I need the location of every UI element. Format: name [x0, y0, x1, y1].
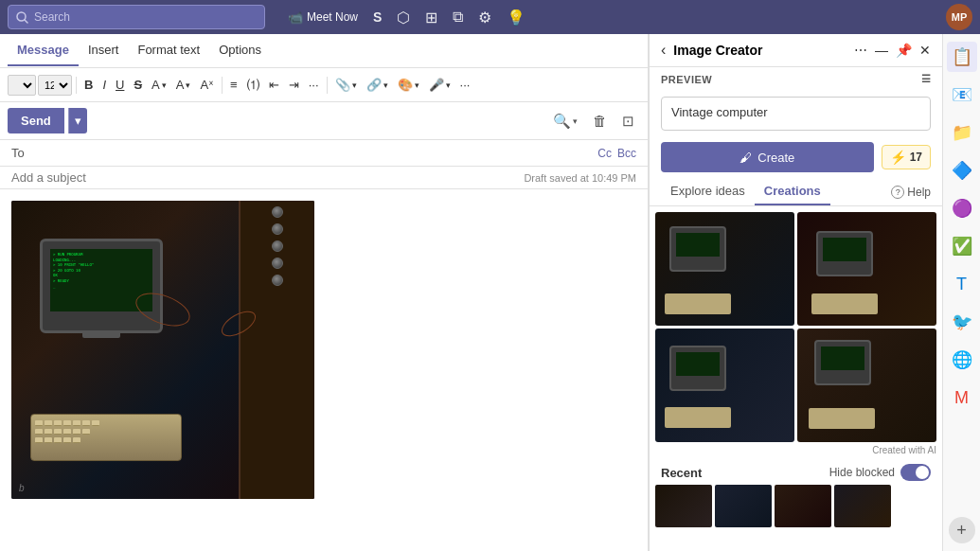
- underline-button[interactable]: U: [112, 75, 128, 95]
- attach-button[interactable]: 📎▾: [331, 75, 361, 95]
- italic-button[interactable]: I: [98, 75, 110, 95]
- increase-indent-button[interactable]: ⇥: [285, 75, 303, 95]
- thumb-screen-3: [676, 352, 720, 376]
- ic-help-button[interactable]: ? Help: [891, 178, 931, 205]
- ic-close-button[interactable]: ✕: [919, 43, 931, 58]
- zoom-button[interactable]: 🔍▾: [547, 109, 583, 133]
- vintage-monitor: > RUN PROGRAM LOADING... > 10 PRINT "HEL…: [40, 239, 163, 333]
- recent-thumb-1[interactable]: [655, 485, 712, 527]
- font-color-button[interactable]: A▾: [172, 75, 195, 95]
- search-box[interactable]: Search: [8, 5, 265, 29]
- key: [73, 429, 80, 435]
- ic-image-thumb-1[interactable]: [655, 212, 794, 326]
- to-input[interactable]: [35, 146, 597, 160]
- ic-tab-explore[interactable]: Explore ideas: [661, 178, 755, 205]
- recent-thumb-4[interactable]: [834, 485, 891, 527]
- ic-more-button[interactable]: ⋯: [854, 43, 867, 58]
- font-size-select[interactable]: 12: [38, 75, 72, 96]
- expand-button[interactable]: ⊡: [616, 109, 640, 133]
- tab-message[interactable]: Message: [8, 35, 79, 66]
- video-icon: 📹: [288, 10, 303, 25]
- more-options-button[interactable]: ···: [456, 75, 474, 95]
- thumb-monitor-3: [669, 346, 726, 391]
- sidebar-icon-4[interactable]: 🔷: [947, 155, 977, 186]
- tab-options[interactable]: Options: [209, 35, 271, 66]
- email-body[interactable]: > RUN PROGRAM LOADING... > 10 PRINT "HEL…: [0, 189, 648, 551]
- avatar[interactable]: MP: [946, 4, 972, 30]
- settings-icon[interactable]: ⚙: [478, 9, 491, 27]
- sidebar-icon-2[interactable]: 📧: [947, 80, 977, 110]
- sidebar-icon-10[interactable]: M: [947, 382, 977, 413]
- knob-2: [272, 223, 283, 235]
- bcc-link[interactable]: Bcc: [617, 147, 636, 160]
- sidebar-icon-9[interactable]: 🌐: [947, 345, 977, 375]
- dictate-button[interactable]: 🎤▾: [425, 75, 454, 95]
- key: [35, 429, 43, 435]
- ic-pin-button[interactable]: 📌: [896, 43, 912, 58]
- sidebar-icon-5[interactable]: 🟣: [947, 193, 977, 223]
- sidebar-icon-7[interactable]: T: [947, 269, 977, 299]
- help-icon: ?: [891, 186, 904, 199]
- ic-back-button[interactable]: ‹: [661, 42, 666, 59]
- ic-prompt-box[interactable]: Vintage computer: [661, 97, 931, 131]
- sidebar-add-button[interactable]: +: [949, 517, 975, 543]
- hex-icon[interactable]: ⬡: [397, 9, 410, 27]
- ic-tab-creations[interactable]: Creations: [755, 178, 830, 205]
- send-button[interactable]: Send: [8, 108, 64, 133]
- key: [35, 420, 43, 426]
- format-toolbar: 12 B I U S A▾ A▾ Aˣ ≡ ⑴ ⇤ ⇥ ··· 📎▾ 🔗▾ 🎨▾…: [0, 68, 648, 102]
- bullets-button[interactable]: ≡: [226, 75, 241, 95]
- watermark: b: [19, 483, 25, 493]
- ic-created-info: Created with AI: [650, 442, 942, 458]
- tab-insert[interactable]: Insert: [79, 35, 129, 66]
- email-image: > RUN PROGRAM LOADING... > 10 PRINT "HEL…: [11, 201, 314, 499]
- meet-now-button[interactable]: 📹 Meet Now: [288, 10, 358, 25]
- ic-create-button[interactable]: 🖌 Create: [661, 142, 874, 172]
- sidebar-icon-8[interactable]: 🐦: [947, 307, 977, 337]
- sidebar-icon-1[interactable]: 📋: [947, 42, 977, 72]
- font-family-select[interactable]: [8, 75, 36, 96]
- sidebar-icon-5-glyph: 🟣: [952, 198, 972, 219]
- preview-more-icon[interactable]: ☰: [921, 73, 932, 85]
- key: [73, 437, 80, 443]
- tab-format-text[interactable]: Format text: [128, 35, 209, 66]
- emoji-color-button[interactable]: 🎨▾: [394, 75, 423, 95]
- grid-icon[interactable]: ⊞: [425, 9, 437, 27]
- toolbar-separator-2: [222, 77, 223, 94]
- ic-credits-badge: ⚡ 17: [882, 145, 931, 169]
- subject-input[interactable]: [11, 170, 524, 185]
- recent-thumb-2[interactable]: [715, 485, 772, 527]
- hide-blocked-toggle[interactable]: [900, 464, 931, 481]
- ic-minimize-button[interactable]: —: [875, 43, 888, 58]
- highlight-button[interactable]: A▾: [148, 75, 170, 95]
- lightbulb-icon[interactable]: 💡: [507, 9, 526, 27]
- skype-icon[interactable]: S: [373, 9, 382, 25]
- ic-image-thumb-3[interactable]: [655, 329, 794, 442]
- decrease-indent-button[interactable]: ⇤: [265, 75, 283, 95]
- share-icon[interactable]: ⧉: [453, 9, 463, 26]
- key: [35, 437, 43, 443]
- key-row-3: [35, 437, 177, 443]
- search-placeholder: Search: [34, 10, 70, 24]
- delete-button[interactable]: 🗑: [587, 109, 613, 133]
- clear-format-button[interactable]: Aˣ: [196, 75, 218, 95]
- strikethrough-button[interactable]: S: [130, 75, 146, 95]
- key: [73, 420, 80, 426]
- top-bar: Search 📹 Meet Now S ⬡ ⊞ ⧉ ⚙ 💡 MP: [0, 0, 980, 34]
- cc-link[interactable]: Cc: [597, 147, 612, 160]
- sidebar-icon-6[interactable]: ✅: [947, 231, 977, 261]
- link-button[interactable]: 🔗▾: [363, 75, 392, 95]
- ic-recent-label: Recent: [661, 466, 702, 480]
- more-format-button[interactable]: ···: [305, 75, 323, 95]
- recent-thumb-3[interactable]: [775, 485, 831, 527]
- sidebar-icon-3[interactable]: 📁: [947, 117, 977, 148]
- bold-button[interactable]: B: [80, 75, 97, 95]
- thumb-keyboard-2: [811, 293, 878, 314]
- numbering-button[interactable]: ⑴: [243, 74, 263, 97]
- ic-image-thumb-4[interactable]: [797, 329, 936, 442]
- thumb-keyboard-1: [665, 293, 731, 314]
- send-dropdown-button[interactable]: ▾: [68, 108, 87, 133]
- create-label: Create: [757, 151, 794, 165]
- ic-image-thumb-2[interactable]: [797, 212, 936, 326]
- key-row-1: [35, 420, 177, 426]
